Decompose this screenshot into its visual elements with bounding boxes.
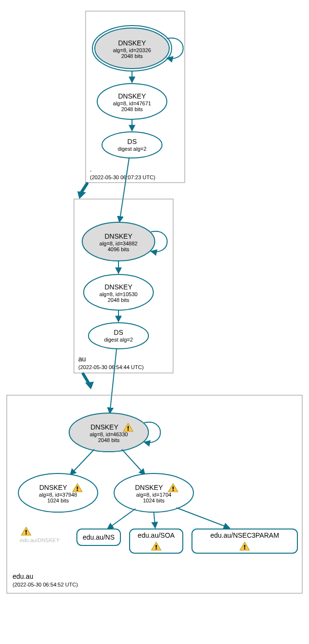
edge-eduau-ksk-zsk2 [122,449,145,475]
node-line2: 4096 bits [108,246,130,252]
edge-eduau-zsk2-nsec3 [177,508,230,528]
edge-eduau-zsk2-soa [154,512,155,528]
zone-au: au (2022-05-30 06:54:44 UTC) DNSKEY alg=… [74,199,173,373]
edge-au-ds-eduau-ksk [110,349,117,414]
node-line1: alg=8, id=1704 [136,492,172,498]
rr-label: edu.au/SOA [138,531,175,539]
faded-label: edu.au/DNSKEY [20,537,60,543]
node-line1: alg=8, id=20326 [113,47,151,53]
edge-root-ds-au-ksk [119,158,129,222]
zone-au-label: au [78,355,86,363]
warn-icon [21,527,31,535]
node-title: DNSKEY [104,283,132,291]
node-eduau-ksk: DNSKEY alg=8, id=46330 2048 bits [69,413,148,452]
edge-deleg-au-eduau [83,374,94,389]
node-root-ksk: DNSKEY alg=8, id=20326 2048 bits [92,26,172,71]
node-line2: 2048 bits [108,297,130,303]
node-title: DNSKEY [90,423,118,431]
node-eduau-zsk2: DNSKEY alg=8, id=1704 1024 bits [114,473,193,512]
node-au-ksk: DNSKEY alg=8, id=34882 4096 bits [82,222,155,261]
node-line1: digest alg=2 [104,337,133,343]
node-line1: digest alg=2 [118,146,147,152]
node-eduau-rr-nsec3: edu.au/NSEC3PARAM [192,529,297,553]
zone-root-timestamp: (2022-05-30 06:07:23 UTC) [90,174,155,180]
node-line2: 1024 bits [143,498,165,503]
node-title: DS [127,138,136,145]
node-au-ds: DS digest alg=2 [88,323,148,349]
edge-eduau-zsk2-ns [107,509,135,529]
node-title: DNSKEY [39,484,67,491]
dnssec-graph: . (2022-05-30 06:07:23 UTC) DNSKEY alg=8… [0,0,309,644]
node-title: DNSKEY [118,39,146,47]
node-line1: alg=8, id=37948 [39,492,77,498]
node-line1: alg=8, id=10530 [100,291,138,297]
node-title: DNSKEY [104,232,132,240]
zone-root: . (2022-05-30 06:07:23 UTC) DNSKEY alg=8… [86,11,185,183]
zone-eduau-timestamp: (2022-05-30 06:54:52 UTC) [13,582,78,587]
node-line2: 2048 bits [121,106,143,112]
node-line2: 1024 bits [47,498,69,503]
node-root-ds: DS digest alg=2 [102,132,162,158]
node-title: DNSKEY [135,484,163,491]
rr-label: edu.au/NS [83,533,115,541]
zone-eduau-label: edu.au [13,572,33,580]
node-line1: alg=8, id=34882 [100,241,138,246]
node-line1: alg=8, id=47671 [113,100,151,106]
node-eduau-rr-ns: edu.au/NS [77,529,120,545]
node-line2: 2048 bits [98,437,120,443]
zone-au-timestamp: (2022-05-30 06:54:44 UTC) [78,364,144,370]
edge-deleg-root-au [77,184,87,199]
node-au-zsk: DNSKEY alg=8, id=10530 2048 bits [84,274,153,310]
node-line2: 2048 bits [121,53,143,59]
node-eduau-rr-soa: edu.au/SOA [130,529,183,553]
edge-eduau-ksk-zsk1 [70,449,94,475]
node-title: DS [114,329,123,336]
node-root-zsk: DNSKEY alg=8, id=47671 2048 bits [97,84,167,119]
node-title: DNSKEY [118,92,146,100]
node-line1: alg=8, id=46330 [90,431,128,437]
zone-root-label: . [90,165,92,173]
rr-label: edu.au/NSEC3PARAM [210,531,279,539]
node-eduau-zsk1: DNSKEY alg=8, id=37948 1024 bits [18,473,98,512]
node-eduau-faded-dnskey: edu.au/DNSKEY [20,527,60,543]
zone-eduau: edu.au (2022-05-30 06:54:52 UTC) DNSKEY … [7,395,302,593]
